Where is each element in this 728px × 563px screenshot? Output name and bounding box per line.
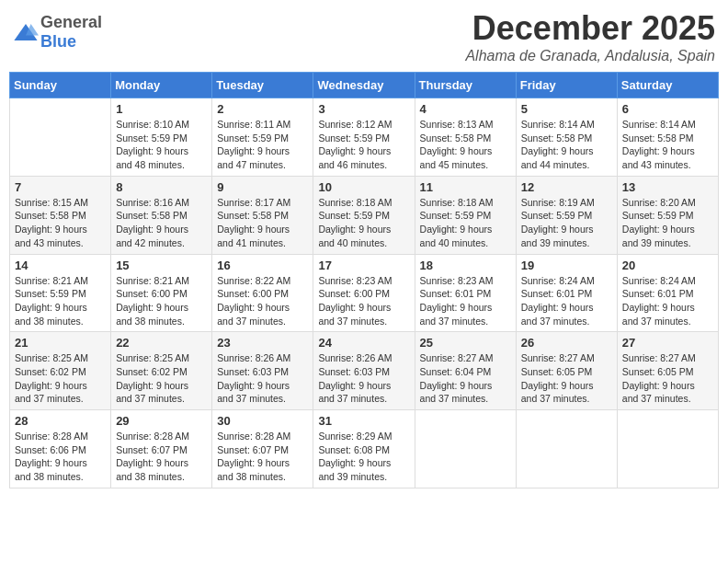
calendar-cell: 13Sunrise: 8:20 AMSunset: 5:59 PMDayligh…	[617, 176, 718, 254]
day-info: Sunrise: 8:27 AMSunset: 6:04 PMDaylight:…	[420, 351, 511, 406]
calendar-cell: 17Sunrise: 8:23 AMSunset: 6:00 PMDayligh…	[313, 254, 415, 332]
logo: General Blue	[13, 13, 102, 52]
day-number: 28	[15, 414, 106, 428]
logo-general: General	[40, 13, 102, 31]
page-header: General Blue December 2025 Alhama de Gra…	[9, 9, 719, 64]
calendar-cell: 10Sunrise: 8:18 AMSunset: 5:59 PMDayligh…	[313, 176, 415, 254]
day-info: Sunrise: 8:16 AMSunset: 5:58 PMDaylight:…	[116, 196, 207, 250]
calendar-cell: 1Sunrise: 8:10 AMSunset: 5:59 PMDaylight…	[111, 98, 212, 177]
header-wednesday: Wednesday	[313, 73, 415, 98]
day-number: 21	[15, 336, 106, 350]
day-number: 12	[521, 180, 612, 194]
day-number: 11	[420, 180, 511, 194]
calendar-cell: 2Sunrise: 8:11 AMSunset: 5:59 PMDaylight…	[212, 98, 313, 177]
day-info: Sunrise: 8:28 AMSunset: 6:06 PMDaylight:…	[15, 430, 106, 484]
logo-icon	[13, 21, 39, 43]
day-info: Sunrise: 8:25 AMSunset: 6:02 PMDaylight:…	[116, 351, 207, 406]
day-number: 3	[318, 102, 409, 116]
calendar-cell: 29Sunrise: 8:28 AMSunset: 6:07 PMDayligh…	[111, 410, 212, 488]
header-tuesday: Tuesday	[212, 73, 313, 98]
day-number: 4	[420, 102, 511, 116]
calendar-cell: 22Sunrise: 8:25 AMSunset: 6:02 PMDayligh…	[111, 332, 212, 410]
calendar-cell: 21Sunrise: 8:25 AMSunset: 6:02 PMDayligh…	[10, 332, 111, 410]
calendar-cell: 6Sunrise: 8:14 AMSunset: 5:58 PMDaylight…	[617, 98, 718, 177]
day-number: 6	[622, 102, 713, 116]
day-number: 31	[318, 414, 409, 428]
day-info: Sunrise: 8:14 AMSunset: 5:58 PMDaylight:…	[622, 118, 713, 172]
calendar-cell: 25Sunrise: 8:27 AMSunset: 6:04 PMDayligh…	[415, 332, 516, 410]
title-section: December 2025 Alhama de Granada, Andalus…	[465, 9, 715, 64]
calendar-cell	[10, 98, 111, 177]
logo-blue: Blue	[40, 32, 76, 51]
day-info: Sunrise: 8:11 AMSunset: 5:59 PMDaylight:…	[217, 118, 308, 172]
day-info: Sunrise: 8:21 AMSunset: 5:59 PMDaylight:…	[15, 274, 106, 328]
day-info: Sunrise: 8:15 AMSunset: 5:58 PMDaylight:…	[15, 196, 106, 250]
calendar-cell: 20Sunrise: 8:24 AMSunset: 6:01 PMDayligh…	[617, 254, 718, 332]
day-number: 2	[217, 102, 308, 116]
day-info: Sunrise: 8:18 AMSunset: 5:59 PMDaylight:…	[318, 196, 409, 250]
day-info: Sunrise: 8:26 AMSunset: 6:03 PMDaylight:…	[217, 351, 308, 406]
calendar-cell: 11Sunrise: 8:18 AMSunset: 5:59 PMDayligh…	[415, 176, 516, 254]
day-number: 25	[420, 336, 511, 350]
header-sunday: Sunday	[10, 73, 111, 98]
day-number: 18	[420, 259, 511, 272]
calendar-cell: 15Sunrise: 8:21 AMSunset: 6:00 PMDayligh…	[111, 254, 212, 332]
day-info: Sunrise: 8:26 AMSunset: 6:03 PMDaylight:…	[318, 351, 409, 406]
day-number: 23	[217, 336, 308, 350]
day-info: Sunrise: 8:28 AMSunset: 6:07 PMDaylight:…	[217, 430, 308, 484]
day-info: Sunrise: 8:10 AMSunset: 5:59 PMDaylight:…	[116, 118, 207, 172]
week-row-3: 14Sunrise: 8:21 AMSunset: 5:59 PMDayligh…	[10, 254, 719, 332]
day-number: 29	[116, 414, 207, 428]
calendar-cell	[617, 410, 718, 488]
day-number: 20	[622, 259, 713, 272]
day-info: Sunrise: 8:27 AMSunset: 6:05 PMDaylight:…	[521, 351, 612, 406]
day-info: Sunrise: 8:17 AMSunset: 5:58 PMDaylight:…	[217, 196, 308, 250]
day-number: 19	[521, 259, 612, 272]
day-number: 30	[217, 414, 308, 428]
day-info: Sunrise: 8:14 AMSunset: 5:58 PMDaylight:…	[521, 118, 612, 172]
calendar-cell: 14Sunrise: 8:21 AMSunset: 5:59 PMDayligh…	[10, 254, 111, 332]
day-info: Sunrise: 8:22 AMSunset: 6:00 PMDaylight:…	[217, 274, 308, 328]
day-number: 27	[622, 336, 713, 350]
day-number: 26	[521, 336, 612, 350]
header-row: SundayMondayTuesdayWednesdayThursdayFrid…	[10, 73, 719, 98]
header-friday: Friday	[516, 73, 617, 98]
header-saturday: Saturday	[617, 73, 718, 98]
week-row-1: 1Sunrise: 8:10 AMSunset: 5:59 PMDaylight…	[10, 98, 719, 177]
calendar-cell: 24Sunrise: 8:26 AMSunset: 6:03 PMDayligh…	[313, 332, 415, 410]
calendar-cell: 28Sunrise: 8:28 AMSunset: 6:06 PMDayligh…	[10, 410, 111, 488]
calendar-cell: 31Sunrise: 8:29 AMSunset: 6:08 PMDayligh…	[313, 410, 415, 488]
day-info: Sunrise: 8:18 AMSunset: 5:59 PMDaylight:…	[420, 196, 511, 250]
day-info: Sunrise: 8:24 AMSunset: 6:01 PMDaylight:…	[622, 274, 713, 328]
calendar-cell: 18Sunrise: 8:23 AMSunset: 6:01 PMDayligh…	[415, 254, 516, 332]
header-monday: Monday	[111, 73, 212, 98]
day-info: Sunrise: 8:23 AMSunset: 6:00 PMDaylight:…	[318, 274, 409, 328]
calendar-cell: 30Sunrise: 8:28 AMSunset: 6:07 PMDayligh…	[212, 410, 313, 488]
day-number: 7	[15, 180, 106, 194]
day-number: 9	[217, 180, 308, 194]
calendar-cell: 4Sunrise: 8:13 AMSunset: 5:58 PMDaylight…	[415, 98, 516, 177]
subtitle: Alhama de Granada, Andalusia, Spain	[465, 48, 715, 64]
calendar-cell: 16Sunrise: 8:22 AMSunset: 6:00 PMDayligh…	[212, 254, 313, 332]
day-number: 10	[318, 180, 409, 194]
calendar-cell: 12Sunrise: 8:19 AMSunset: 5:59 PMDayligh…	[516, 176, 617, 254]
day-info: Sunrise: 8:21 AMSunset: 6:00 PMDaylight:…	[116, 274, 207, 328]
calendar-table: SundayMondayTuesdayWednesdayThursdayFrid…	[9, 72, 719, 488]
day-info: Sunrise: 8:28 AMSunset: 6:07 PMDaylight:…	[116, 430, 207, 484]
calendar-cell: 19Sunrise: 8:24 AMSunset: 6:01 PMDayligh…	[516, 254, 617, 332]
day-number: 14	[15, 259, 106, 272]
day-number: 15	[116, 259, 207, 272]
calendar-cell: 5Sunrise: 8:14 AMSunset: 5:58 PMDaylight…	[516, 98, 617, 177]
day-info: Sunrise: 8:27 AMSunset: 6:05 PMDaylight:…	[622, 351, 713, 406]
calendar-cell: 27Sunrise: 8:27 AMSunset: 6:05 PMDayligh…	[617, 332, 718, 410]
day-number: 24	[318, 336, 409, 350]
day-info: Sunrise: 8:19 AMSunset: 5:59 PMDaylight:…	[521, 196, 612, 250]
calendar-cell: 3Sunrise: 8:12 AMSunset: 5:59 PMDaylight…	[313, 98, 415, 177]
week-row-2: 7Sunrise: 8:15 AMSunset: 5:58 PMDaylight…	[10, 176, 719, 254]
month-title: December 2025	[465, 9, 715, 48]
day-number: 17	[318, 259, 409, 272]
day-number: 1	[116, 102, 207, 116]
calendar-cell: 8Sunrise: 8:16 AMSunset: 5:58 PMDaylight…	[111, 176, 212, 254]
calendar-cell: 7Sunrise: 8:15 AMSunset: 5:58 PMDaylight…	[10, 176, 111, 254]
calendar-cell: 23Sunrise: 8:26 AMSunset: 6:03 PMDayligh…	[212, 332, 313, 410]
